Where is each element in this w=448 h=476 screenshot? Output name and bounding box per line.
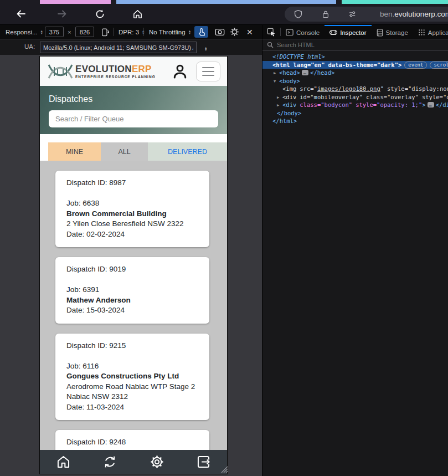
url-bar[interactable]: ben.evolutionerp.com.au/portal/index.php… [285, 7, 448, 22]
inspector-panel: Search HTML <!DOCTYPE html> <htmllang="e… [262, 39, 448, 476]
tab-delivered[interactable]: DELIVERED [148, 142, 227, 161]
expand-arrow-icon[interactable]: ▶ [277, 94, 282, 102]
scroll-badge[interactable]: scroll [430, 62, 448, 69]
user-profile-icon[interactable] [172, 63, 188, 80]
mobile-bottom-nav [40, 450, 227, 474]
dispatch-card[interactable]: Dispatch ID: 9019 Job: 6391 Mathew Ander… [55, 257, 209, 324]
page-title: Dispatches [49, 94, 218, 104]
toolbar-separator [113, 28, 114, 36]
tab-console[interactable]: Console [281, 25, 325, 39]
dpr-selector[interactable]: DPR: 3 ▲▼ [119, 25, 145, 39]
ua-input[interactable] [40, 42, 197, 53]
dispatch-card[interactable]: Dispatch ID: 9248 Job: 3918 [55, 430, 209, 450]
rotate-viewport-icon[interactable] [101, 25, 110, 39]
browser-tab-indicator-3[interactable] [342, 0, 448, 4]
expand-arrow-icon[interactable]: ▶ [274, 69, 279, 78]
nav-settings-button[interactable] [133, 450, 181, 474]
chevron-updown-icon[interactable]: ▲▼ [202, 42, 207, 55]
tree-row-body[interactable]: ▼<body> [262, 77, 448, 85]
dispatch-id: Dispatch ID: 9248 [66, 437, 198, 448]
ua-label: UA: [24, 43, 35, 50]
dispatch-date: Date: 15-03-2024 [66, 305, 198, 316]
url-text: ben.evolutionerp.com.au/portal/index.php… [380, 7, 448, 22]
nav-refresh-button[interactable] [87, 450, 134, 474]
resource-link[interactable]: images/logo180.png [317, 85, 380, 92]
tab-inspector[interactable]: Inspector [325, 25, 371, 39]
devtools-tabbar: Console Inspector Storage Application [262, 25, 448, 39]
collapse-arrow-icon[interactable]: ▼ [274, 78, 279, 86]
dispatches-hero: Dispatches [40, 86, 227, 134]
tab-storage[interactable]: Storage [372, 25, 413, 39]
permissions-icon[interactable] [348, 9, 357, 19]
forward-button[interactable] [55, 7, 69, 21]
gear-icon [150, 454, 164, 469]
tree-row-html[interactable]: <htmllang="en"data-bs-theme="dark">event… [262, 61, 448, 69]
reload-button[interactable] [93, 7, 106, 21]
device-selector[interactable]: Responsi... ▲▼ [6, 25, 43, 39]
chevron-updown-icon: ▲▼ [188, 30, 191, 34]
tree-row-html-close[interactable]: </html> [262, 117, 448, 125]
element-picker-button[interactable] [262, 25, 280, 39]
dimension-separator: × [68, 25, 71, 39]
close-rdm-button[interactable]: ✕ [246, 25, 253, 39]
lock-icon[interactable] [321, 9, 331, 19]
viewport-width-input[interactable] [45, 27, 64, 37]
tab-mine[interactable]: MINE [48, 142, 101, 161]
tab-application[interactable]: Application [413, 25, 448, 39]
dispatch-card[interactable]: Dispatch ID: 9215 Job: 6116 Gongues Cons… [55, 334, 209, 421]
queue-tabs: MINE ALL DELIVERED [40, 142, 227, 161]
url-domain: evolutionerp.com.au [394, 10, 448, 18]
tree-row-body-close[interactable]: </body> [262, 109, 448, 117]
rdm-settings-button[interactable] [230, 25, 239, 39]
nav-home-button[interactable] [40, 450, 87, 474]
mobile-viewport: EVOLUTIONERP ENTERPRISE RESOURCE PLANNIN… [40, 57, 227, 474]
tab-all[interactable]: ALL [101, 142, 148, 161]
touch-simulation-button[interactable] [194, 26, 208, 38]
user-agent-bar: UA: ▲▼ [0, 39, 262, 55]
browser-navbar: ben.evolutionerp.com.au/portal/index.php… [0, 4, 448, 24]
home-icon [56, 454, 71, 469]
url-subdomain: ben. [380, 10, 394, 18]
dna-logo-icon [48, 62, 73, 81]
back-button[interactable] [14, 7, 28, 21]
dispatch-date: Date: 11-03-2024 [66, 402, 198, 413]
dispatch-id: Dispatch ID: 9215 [66, 341, 198, 351]
logout-icon [196, 454, 211, 469]
console-icon [286, 29, 293, 36]
application-grid-icon [418, 29, 425, 36]
screenshot-button[interactable] [215, 25, 225, 39]
shield-icon[interactable] [293, 9, 303, 19]
mobile-header: EVOLUTIONERP ENTERPRISE RESOURCE PLANNIN… [40, 57, 227, 86]
throttling-selector[interactable]: No Throttling ▲▼ [149, 25, 191, 39]
tree-row-doctype[interactable]: <!DOCTYPE html> [262, 53, 448, 61]
home-button[interactable] [131, 7, 144, 21]
tree-row-img[interactable]: <imgsrc="images/logo180.png"style="displ… [262, 85, 448, 93]
html-search-bar[interactable]: Search HTML [262, 39, 448, 51]
dispatch-date: Date: 02-02-2024 [66, 229, 198, 240]
touch-hand-icon [198, 28, 205, 37]
job-number: Job: 6391 [66, 285, 198, 295]
viewport-height-input[interactable] [75, 27, 94, 37]
dispatch-search-input[interactable] [49, 110, 218, 127]
hamburger-menu-button[interactable] [196, 62, 220, 81]
event-badge[interactable]: event [404, 62, 427, 69]
expand-arrow-icon[interactable]: ▶ [277, 101, 282, 110]
job-number: Job: 6638 [66, 198, 198, 209]
tab-strip [0, 0, 448, 4]
tree-row-div-bodycon[interactable]: ▶<divclass="bodycon"style="opacity: 1;">… [262, 101, 448, 109]
tree-row-head[interactable]: ▶<head>…</head> [262, 69, 448, 77]
inspector-icon [329, 29, 337, 36]
viewport-resize-handle[interactable] [220, 465, 228, 473]
devtools-toolbar-row: Responsi... ▲▼ × DPR: 3 ▲▼ No Throttling… [0, 24, 448, 39]
browser-tab-indicator-1[interactable] [40, 0, 111, 4]
brand-suffix: ERP [132, 64, 152, 74]
dispatch-card[interactable]: Dispatch ID: 8987 Job: 6638 Brown Commer… [55, 171, 209, 247]
tree-row-div-mobileoverlay[interactable]: ▶<divid="mobileoverlay"class="overlay"st… [262, 93, 448, 101]
inline-ellipsis-badge[interactable]: … [428, 102, 434, 108]
browser-tab-indicator-2[interactable] [116, 0, 336, 4]
sync-icon [102, 454, 117, 469]
search-html-placeholder: Search HTML [277, 42, 315, 48]
dispatch-id: Dispatch ID: 8987 [66, 178, 198, 188]
inline-ellipsis-badge[interactable]: … [302, 70, 308, 75]
browser-window: ben.evolutionerp.com.au/portal/index.php… [0, 0, 448, 476]
